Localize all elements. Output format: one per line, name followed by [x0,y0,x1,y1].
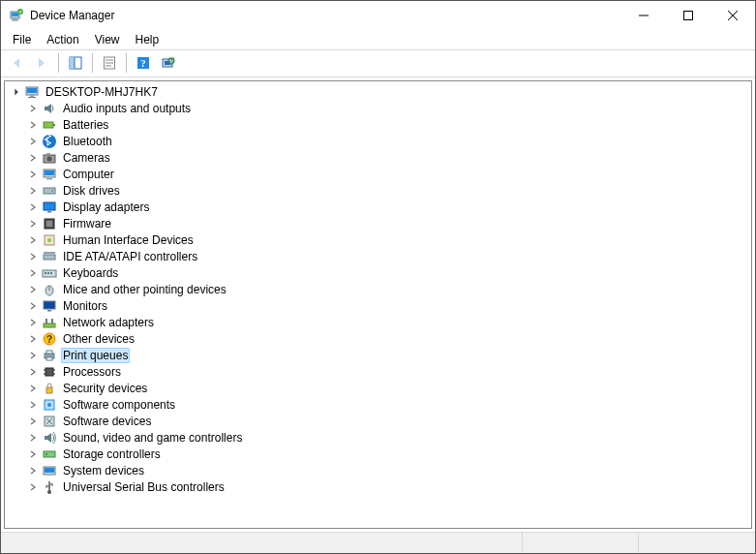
tree-item[interactable]: System devices [5,462,751,478]
tree-item-label: IDE ATA/ATAPI controllers [61,250,199,263]
tree-item-label: Software components [61,398,177,412]
swcomp-icon [42,397,57,413]
svg-rect-6 [684,12,693,20]
expander-closed-icon[interactable] [26,283,40,296]
expander-closed-icon[interactable] [26,102,40,115]
expander-closed-icon[interactable] [26,118,40,132]
usb-icon [42,479,57,495]
scan-hardware-button[interactable] [157,52,180,74]
tree-item[interactable]: Monitors [5,297,751,314]
tree-item[interactable]: Cameras [5,149,751,166]
battery-icon [42,117,57,133]
expander-closed-icon[interactable] [26,332,40,346]
tree-item[interactable]: Print queues [5,347,751,363]
tree-item[interactable]: Firmware [5,215,751,231]
help-button[interactable]: ? [132,52,155,74]
expander-closed-icon[interactable] [26,217,40,231]
svg-rect-2 [14,18,17,20]
tree-item[interactable]: Software devices [5,413,751,429]
tree-item[interactable]: Display adapters [5,199,751,215]
menu-help[interactable]: Help [128,31,167,48]
expander-closed-icon[interactable] [26,382,40,395]
swdev-icon [42,414,57,429]
expander-closed-icon[interactable] [26,480,40,494]
expander-closed-icon[interactable] [26,447,40,461]
menu-view[interactable]: View [87,31,128,48]
display-icon [42,200,57,215]
tree-root-item[interactable]: DESKTOP-MHJ7HK7 [5,83,751,100]
tree-item[interactable]: Sound, video and game controllers [5,429,751,446]
tree-item[interactable]: Software components [5,396,751,413]
tree-item[interactable]: Network adapters [5,314,751,330]
window-controls [621,1,755,30]
bluetooth-icon [42,134,57,149]
menu-file[interactable]: File [5,31,39,48]
expander-closed-icon[interactable] [26,233,40,247]
toolbar: ? [1,50,755,77]
tree-item[interactable]: Audio inputs and outputs [5,100,751,116]
tree-item[interactable]: Processors [5,363,751,380]
toolbar-separator [58,53,59,73]
toolbar-separator [92,53,93,73]
device-tree[interactable]: DESKTOP-MHJ7HK7 Audio inputs and outputs… [4,80,752,529]
tree-item-label: Processors [61,365,123,379]
system-icon [42,463,57,478]
expander-closed-icon[interactable] [26,135,40,148]
computer-icon [42,167,57,182]
tree-item-label: System devices [61,464,146,477]
tree-item-label: Mice and other pointing devices [61,283,228,296]
other-icon [42,331,57,347]
expander-closed-icon[interactable] [26,200,40,214]
expander-closed-icon[interactable] [26,299,40,313]
expander-closed-icon[interactable] [26,365,40,379]
expander-closed-icon[interactable] [26,151,40,165]
expander-closed-icon[interactable] [26,415,40,428]
sound-icon [42,430,57,446]
tree-item[interactable]: Computer [5,166,751,182]
tree-item-label: Print queues [61,348,130,363]
properties-button[interactable] [98,52,121,74]
tree-item[interactable]: Batteries [5,116,751,133]
tree-item[interactable]: Other devices [5,330,751,347]
minimize-button[interactable] [621,1,666,30]
tree-item[interactable]: Security devices [5,380,751,396]
svg-rect-10 [70,57,75,69]
maximize-button[interactable] [666,1,711,30]
cpu-icon [42,364,57,380]
tree-item[interactable]: Storage controllers [5,446,751,462]
printer-icon [42,348,57,363]
tree-item-label: Disk drives [61,184,122,198]
tree-item[interactable]: IDE ATA/ATAPI controllers [5,248,751,264]
menu-action[interactable]: Action [39,31,86,48]
tree-item[interactable]: Keyboards [5,264,751,281]
tree-item[interactable]: Disk drives [5,182,751,199]
expander-closed-icon[interactable] [26,398,40,412]
computer-icon [24,84,40,100]
window-title: Device Manager [30,9,621,22]
tree-item-label: Security devices [61,382,149,395]
svg-rect-21 [27,88,37,93]
expander-closed-icon[interactable] [26,250,40,263]
expander-closed-icon[interactable] [26,184,40,198]
svg-rect-1 [12,13,18,16]
tree-item[interactable]: Universal Serial Bus controllers [5,478,751,495]
close-button[interactable] [711,1,755,30]
tree-item-label: Cameras [61,151,112,165]
expander-open-icon[interactable] [9,85,22,99]
tree-item[interactable]: Bluetooth [5,133,751,149]
svg-rect-22 [30,95,34,97]
show-hide-tree-button[interactable] [64,52,87,74]
tree-item-label: Sound, video and game controllers [61,431,244,445]
expander-closed-icon[interactable] [26,349,40,362]
ide-icon [42,249,57,264]
security-icon [42,381,57,396]
expander-closed-icon[interactable] [26,168,40,181]
expander-closed-icon[interactable] [26,431,40,445]
tree-item-label: Bluetooth [61,135,114,148]
camera-icon [42,150,57,166]
expander-closed-icon[interactable] [26,464,40,477]
tree-item[interactable]: Mice and other pointing devices [5,281,751,297]
expander-closed-icon[interactable] [26,316,40,329]
expander-closed-icon[interactable] [26,266,40,280]
tree-item[interactable]: Human Interface Devices [5,231,751,248]
